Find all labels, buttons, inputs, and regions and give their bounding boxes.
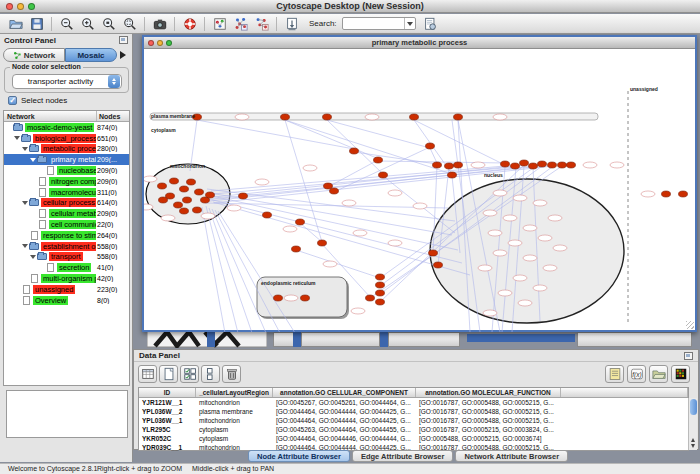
minimize-icon[interactable]	[157, 40, 163, 46]
column-header[interactable]: _cellularLayoutRegion	[196, 388, 273, 397]
tree-row[interactable]: transport558(0)	[4, 252, 129, 263]
network-node[interactable]	[330, 188, 339, 194]
scrollbar-arrows[interactable]	[688, 436, 697, 450]
network-node[interactable]	[323, 114, 332, 120]
network-node[interactable]	[158, 183, 167, 189]
network-node[interactable]	[274, 295, 283, 301]
zoom-window-icon[interactable]	[28, 3, 35, 10]
unselect-attributes-icon[interactable]	[201, 365, 220, 383]
network-node[interactable]	[429, 250, 438, 256]
tree-row[interactable]: response to stimulu264(0)	[4, 230, 129, 241]
network-node[interactable]	[434, 262, 443, 268]
column-header[interactable]: annotation.GO MOLECULAR_FUNCTION	[416, 388, 561, 397]
snapshot-icon[interactable]	[150, 15, 169, 32]
column-header[interactable]: annotation.GO CELLULAR_COMPONENT	[273, 388, 416, 397]
select-nodes-checkbox[interactable]: ✓	[8, 96, 17, 105]
import-network-icon[interactable]	[282, 15, 301, 32]
search-config-icon[interactable]	[421, 15, 440, 32]
network-node[interactable]	[529, 163, 538, 169]
tree-col-network[interactable]: Network	[4, 111, 97, 121]
network-node[interactable]	[426, 143, 435, 149]
zoom-fit-icon[interactable]	[120, 15, 139, 32]
tree-row[interactable]: multi-organism pro42(0)	[4, 273, 129, 284]
tab-network-attribute-browser[interactable]: Network Attribute Browser	[455, 450, 568, 462]
tab-network[interactable]: Network	[3, 48, 65, 62]
select-attributes-icon[interactable]	[180, 365, 199, 383]
network-node[interactable]	[376, 274, 385, 280]
network-node[interactable]	[538, 161, 547, 167]
tree-row[interactable]: establishment of lo558(0)	[4, 241, 129, 252]
expander-icon[interactable]	[22, 201, 28, 208]
tree-row[interactable]: macromolecule311(0)	[4, 187, 129, 198]
attribute-table-icon[interactable]	[605, 365, 624, 383]
tree-row[interactable]: biological_process651(0)	[4, 133, 129, 144]
function-builder-icon[interactable]: f(x)	[627, 365, 646, 383]
network-node[interactable]	[376, 299, 385, 305]
table-row[interactable]: YKR052Ccytoplasm[GO:0044464, GO:0044446,…	[139, 434, 688, 443]
network-node[interactable]	[454, 162, 463, 168]
tree-row[interactable]: Overview8(0)	[4, 295, 129, 306]
network-node[interactable]	[170, 178, 179, 184]
create-attribute-icon[interactable]	[159, 365, 178, 383]
expander-icon[interactable]	[22, 147, 28, 154]
vizmapper-icon[interactable]	[210, 15, 229, 32]
network-node[interactable]	[454, 114, 463, 120]
import-attributes-icon[interactable]	[649, 365, 668, 383]
network-node[interactable]	[183, 197, 192, 203]
network-node[interactable]	[281, 114, 290, 120]
search-input[interactable]	[343, 18, 403, 29]
float-panel-icon[interactable]	[119, 36, 128, 44]
tab-mosaic[interactable]: Mosaic	[65, 48, 117, 62]
network-node[interactable]	[448, 172, 457, 178]
network-node[interactable]	[187, 179, 196, 185]
table-row[interactable]: YPL036W__2plasma membrane[GO:0044464, GO…	[139, 407, 688, 416]
tab-edge-attribute-browser[interactable]: Edge Attribute Browser	[352, 450, 453, 462]
expander-icon[interactable]	[30, 255, 36, 262]
network-node[interactable]	[376, 290, 385, 296]
network-node[interactable]	[445, 163, 454, 169]
delete-attribute-icon[interactable]	[222, 365, 241, 383]
network-node[interactable]	[206, 192, 215, 198]
network-node[interactable]	[350, 148, 359, 154]
network-node[interactable]	[263, 212, 272, 218]
network-node[interactable]	[548, 162, 557, 168]
tree-row[interactable]: primary metabo209(...	[4, 154, 129, 165]
expander-icon[interactable]	[22, 244, 28, 251]
tab-overflow-arrow-icon[interactable]	[120, 51, 130, 59]
window-resize-grip[interactable]	[686, 321, 694, 329]
search-dropdown-arrow-icon[interactable]	[404, 18, 415, 29]
network-node[interactable]	[180, 208, 189, 214]
tree-col-nodes[interactable]: Nodes	[97, 111, 129, 121]
network-node[interactable]	[433, 162, 442, 168]
scrollbar-thumb[interactable]	[690, 399, 697, 415]
heatmap-icon[interactable]	[671, 365, 690, 383]
column-header[interactable]: ID	[139, 388, 196, 397]
network-overlay-b-icon[interactable]	[252, 15, 271, 32]
attribute-grid-icon[interactable]	[138, 365, 157, 383]
network-window-titlebar[interactable]: primary metabolic process	[144, 37, 695, 49]
network-node[interactable]	[379, 172, 388, 178]
network-node[interactable]	[318, 240, 327, 246]
network-overlay-a-icon[interactable]	[231, 15, 250, 32]
network-node[interactable]	[374, 157, 383, 163]
network-node[interactable]	[662, 191, 671, 197]
open-file-icon[interactable]	[6, 15, 25, 32]
zoom-out-icon[interactable]	[57, 15, 76, 32]
network-node[interactable]	[376, 282, 385, 288]
network-node[interactable]	[174, 202, 183, 208]
network-node[interactable]	[296, 219, 305, 225]
help-icon[interactable]	[180, 15, 199, 32]
tree-row[interactable]: metabolic process280(0)	[4, 144, 129, 155]
network-node[interactable]	[292, 246, 301, 252]
network-node[interactable]	[180, 186, 189, 192]
save-icon[interactable]	[27, 15, 46, 32]
table-row[interactable]: YPL036W__1mitochondrion[GO:0044464, GO:0…	[139, 416, 688, 425]
tree-row[interactable]: cell communicat22(0)	[4, 219, 129, 230]
zoom-icon[interactable]	[166, 40, 172, 46]
network-node[interactable]	[501, 161, 510, 167]
zoom-selected-icon[interactable]	[99, 15, 118, 32]
network-node[interactable]	[558, 162, 567, 168]
network-canvas[interactable]: plasma membranecytoplasmmitochondrionnuc…	[144, 50, 695, 332]
close-window-icon[interactable]	[6, 3, 13, 10]
color-attribute-dropdown[interactable]: transporter activity	[12, 74, 122, 89]
